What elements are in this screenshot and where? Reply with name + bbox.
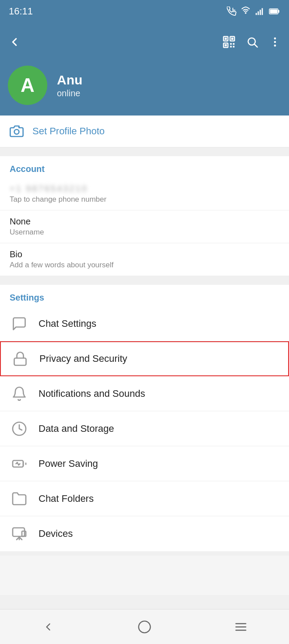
status-time: 16:11	[9, 6, 33, 17]
camera-icon	[10, 124, 24, 138]
lock-icon	[11, 349, 30, 368]
svg-rect-5	[278, 10, 279, 13]
settings-card: Settings Chat Settings Privacy and Secur…	[0, 285, 289, 551]
svg-rect-24	[14, 358, 26, 366]
nav-home-button[interactable]	[127, 614, 162, 640]
chat-folders-label: Chat Folders	[39, 493, 94, 504]
settings-row-power[interactable]: Power Saving	[0, 446, 289, 481]
power-saving-icon	[10, 454, 29, 473]
svg-rect-1	[257, 11, 259, 15]
svg-rect-29	[13, 528, 25, 537]
data-storage-label: Data and Storage	[39, 423, 114, 434]
avatar: A	[8, 66, 47, 105]
set-photo-card: Set Profile Photo	[0, 116, 289, 147]
set-profile-photo-row[interactable]: Set Profile Photo	[0, 116, 289, 147]
settings-row-folders[interactable]: Chat Folders	[0, 481, 289, 516]
phone-number: +1 9876543210	[10, 184, 279, 194]
svg-rect-15	[230, 46, 232, 48]
settings-row-data[interactable]: Data and Storage	[0, 411, 289, 446]
nav-back-button[interactable]	[31, 614, 66, 640]
svg-rect-2	[260, 10, 261, 15]
settings-row-devices[interactable]: Devices	[0, 516, 289, 551]
settings-row-privacy[interactable]: Privacy and Security	[0, 341, 289, 376]
separator-1	[0, 152, 289, 156]
svg-rect-16	[233, 46, 235, 48]
svg-rect-13	[230, 43, 232, 45]
username-sub: Username	[10, 228, 279, 237]
phone-row[interactable]: +1 9876543210 Tap to change phone number	[0, 178, 289, 210]
svg-point-21	[274, 45, 276, 47]
profile-name: Anu	[57, 73, 82, 88]
svg-rect-12	[225, 44, 227, 46]
profile-info: Anu online	[57, 73, 82, 98]
bio-label: Bio	[10, 249, 279, 259]
toolbar-actions	[222, 35, 281, 49]
power-saving-label: Power Saving	[39, 458, 98, 469]
settings-row-chat[interactable]: Chat Settings	[0, 306, 289, 341]
status-bar: 16:11	[0, 0, 289, 23]
username-row[interactable]: None Username	[0, 210, 289, 243]
chat-icon	[10, 314, 29, 333]
devices-icon	[10, 524, 29, 543]
bell-icon	[10, 384, 29, 403]
more-options-icon[interactable]	[269, 36, 281, 48]
svg-line-18	[254, 44, 257, 47]
clock-icon	[10, 419, 29, 438]
nav-menu-button[interactable]	[223, 614, 258, 640]
status-icons	[227, 7, 280, 16]
wifi-icon	[241, 7, 250, 16]
svg-point-19	[274, 38, 276, 40]
back-button[interactable]	[8, 35, 21, 49]
svg-point-22	[14, 130, 19, 134]
call-icon	[227, 7, 236, 16]
bio-row[interactable]: Bio Add a few words about yourself	[0, 243, 289, 276]
chat-settings-label: Chat Settings	[39, 318, 96, 329]
profile-section: A Anu online	[0, 61, 289, 116]
username-value: None	[10, 217, 279, 227]
search-icon[interactable]	[246, 36, 258, 48]
phone-sub: Tap to change phone number	[10, 195, 279, 204]
set-photo-label: Set Profile Photo	[32, 126, 105, 137]
svg-point-20	[274, 41, 276, 43]
devices-label: Devices	[39, 528, 73, 539]
folder-icon	[10, 489, 29, 508]
signal-icon	[255, 7, 264, 16]
profile-status: online	[57, 88, 82, 98]
svg-rect-6	[270, 10, 278, 14]
svg-rect-14	[233, 43, 235, 45]
svg-point-32	[139, 621, 151, 633]
svg-rect-0	[256, 13, 257, 15]
battery-icon	[269, 7, 280, 16]
toolbar	[0, 23, 289, 61]
svg-rect-8	[225, 38, 227, 40]
bio-sub: Add a few words about yourself	[10, 261, 279, 270]
notifications-label: Notifications and Sounds	[39, 388, 145, 399]
qr-icon[interactable]	[222, 35, 236, 49]
svg-rect-3	[262, 8, 263, 15]
account-card: Account +1 9876543210 Tap to change phon…	[0, 156, 289, 276]
account-section-label: Account	[0, 156, 289, 178]
settings-section-label: Settings	[0, 285, 289, 306]
bottom-padding	[0, 556, 289, 595]
settings-row-notifications[interactable]: Notifications and Sounds	[0, 376, 289, 411]
bottom-nav	[0, 609, 289, 644]
svg-rect-10	[231, 38, 233, 40]
privacy-security-label: Privacy and Security	[39, 353, 127, 364]
separator-2	[0, 280, 289, 285]
